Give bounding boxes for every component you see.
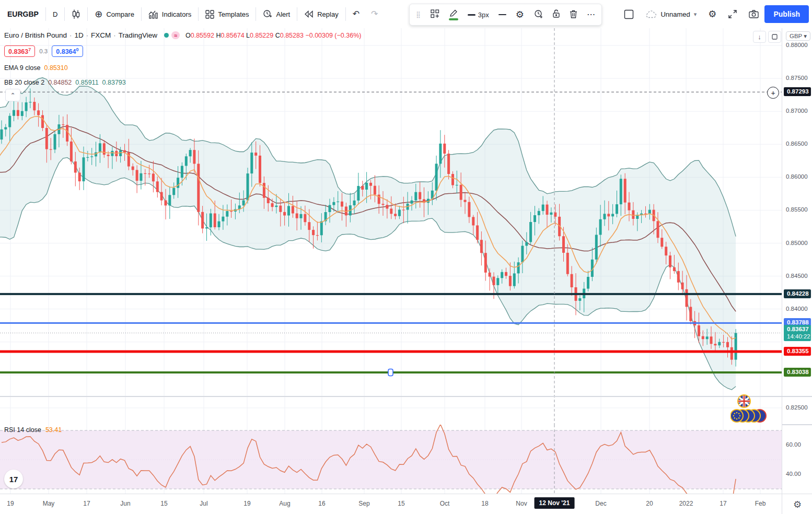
compare-label: Compare [106, 10, 134, 18]
line-width-label: 3px [478, 11, 489, 19]
countdown-timer: 14:40:22 [787, 333, 811, 340]
flag-stickers[interactable] [730, 393, 768, 425]
rsi-label: RSI 14 close [4, 426, 41, 434]
time-tick-label: Nov [516, 500, 527, 507]
price-tick-label: 0.82500 [786, 404, 808, 411]
compare-button[interactable]: ⊕ Compare [89, 4, 140, 24]
add-template-button[interactable] [426, 6, 444, 23]
time-tick-label: 19 [7, 500, 14, 507]
symbol-label: EURGBP [7, 10, 39, 18]
legend-interval[interactable]: 1D [74, 31, 83, 39]
low-value: 0.85229 [250, 32, 273, 39]
currency-label: GBP [790, 33, 802, 39]
gear-icon: ⚙ [708, 9, 716, 19]
divider [297, 7, 297, 21]
layout-name-label: Unnamed [660, 10, 690, 18]
level-price-label[interactable]: 0.83038 [784, 368, 811, 377]
drawing-alert-button[interactable] [529, 6, 548, 23]
dashed-level-price-label[interactable]: 0.87293 [784, 87, 811, 96]
cloud-icon [645, 10, 657, 18]
close-value: 0.85283 [280, 32, 304, 39]
toolbar-left-group: EURGBP D ⊕ Compare Indicators Templates [0, 0, 384, 28]
indicators-button[interactable]: Indicators [143, 4, 197, 24]
ask-price-box[interactable]: 0.83640 [52, 45, 83, 57]
alert-button[interactable]: Alert [257, 4, 296, 24]
divider [87, 7, 88, 21]
toolbar-drag-handle[interactable]: ⣿ [411, 6, 426, 23]
tradingview-logo[interactable]: 17 [4, 470, 23, 488]
line-style-button[interactable] [494, 6, 511, 23]
replay-button[interactable]: Replay [298, 4, 344, 24]
collapse-pane-button[interactable]: ⌃ [5, 89, 20, 101]
current-price-label[interactable]: 0.8363714:40:22 [784, 325, 811, 341]
ema-value: 0.85310 [44, 64, 67, 72]
maximize-pane-icon[interactable] [768, 31, 781, 43]
publish-button[interactable]: Publish [764, 5, 809, 23]
ohlc-values: O0.85592 H0.85674 L0.85229 C0.85283 −0.0… [185, 32, 361, 39]
price-level-line [0, 293, 782, 295]
layout-select-button[interactable] [618, 4, 640, 24]
bb-legend[interactable]: BB 20 close 2 0.84852 0.85911 0.83793 [4, 79, 126, 86]
fullscreen-icon [728, 9, 737, 19]
cloud-layout-button[interactable]: Unnamed ▾ [640, 4, 702, 24]
interval-button[interactable]: D [47, 4, 63, 24]
gear-icon[interactable]: ⚙ [793, 500, 802, 509]
price-chart-canvas[interactable] [0, 28, 782, 425]
open-key: O [185, 32, 191, 39]
layout-icon [624, 9, 634, 19]
bid-price: 0.8363 [8, 48, 28, 55]
symbol-title[interactable]: Euro / British Pound [4, 31, 67, 39]
drawing-color-button[interactable] [444, 6, 463, 23]
templates-button[interactable]: Templates [200, 4, 254, 24]
rsi-chart-canvas[interactable] [0, 425, 782, 494]
uk-flag-icon [737, 394, 751, 408]
drawing-settings-button[interactable]: ⚙ [511, 6, 529, 23]
redo-button[interactable]: ↷ [365, 4, 384, 24]
candlestick-icon [72, 9, 80, 19]
level-price-label[interactable]: 0.83355 [784, 347, 811, 356]
time-tick-label: 19 [243, 500, 250, 507]
lock-drawing-button[interactable] [548, 6, 565, 23]
templates-label: Templates [218, 10, 249, 18]
grid-plus-icon [431, 9, 439, 20]
fullscreen-button[interactable] [722, 4, 743, 24]
delete-drawing-button[interactable] [565, 6, 582, 23]
rsi-value: 53.41 [45, 426, 62, 434]
alert-clock-icon [263, 9, 272, 19]
currency-toggle-button[interactable]: GBP ▾ [786, 31, 810, 41]
open-value: 0.85592 [191, 32, 214, 39]
line-width-button[interactable]: 3px [463, 6, 494, 23]
snapshot-button[interactable] [743, 4, 764, 24]
lock-open-icon [552, 9, 560, 20]
chart-style-button[interactable] [66, 4, 86, 24]
axis-settings-corner: ⚙ [782, 494, 812, 514]
price-axis[interactable]: GBP ▾ 0.880000.875000.870000.865000.8600… [782, 28, 812, 494]
symbol-button[interactable]: EURGBP [0, 4, 44, 24]
divider [64, 7, 65, 21]
time-tick-label: Sep [358, 500, 369, 507]
time-axis[interactable]: 19May17Jun15Jul19Aug16Sep15Oct18NovDec20… [0, 494, 782, 514]
market-status-icon[interactable] [164, 33, 169, 38]
bb-label: BB 20 close 2 [4, 79, 44, 86]
pane-divider[interactable] [0, 396, 812, 397]
bid-price-box[interactable]: 0.83637 [4, 45, 35, 57]
price-tick-label: 0.87000 [786, 108, 808, 114]
chart-pane[interactable]: Euro / British Pound · 1D · FXCM · Tradi… [0, 28, 782, 494]
legend-exchange: FXCM [91, 31, 111, 39]
level-price-label[interactable]: 0.84228 [784, 289, 811, 298]
time-tick-label: 2022 [679, 500, 693, 507]
scroll-down-icon[interactable]: ↓ [753, 31, 766, 43]
current-price-value: 0.83637 [787, 326, 811, 333]
drawing-settings-toolbar: ⣿ 3px ⚙ [409, 4, 602, 26]
approx-data-icon[interactable]: ≈ [171, 31, 180, 39]
ema-legend[interactable]: EMA 9 close 0.85310 [4, 64, 68, 72]
rsi-legend[interactable]: RSI 14 close 53.41 [4, 426, 62, 434]
more-options-button[interactable]: ⋯ [582, 6, 600, 23]
gear-icon: ⚙ [516, 10, 524, 19]
chart-properties-button[interactable]: ⚙ [702, 4, 722, 24]
high-value: 0.85674 [221, 32, 244, 39]
time-tick-label: Aug [279, 500, 290, 507]
undo-button[interactable]: ↶ [347, 4, 365, 24]
bid-price-sup: 7 [28, 47, 31, 52]
time-tick-label: 15 [160, 500, 167, 507]
